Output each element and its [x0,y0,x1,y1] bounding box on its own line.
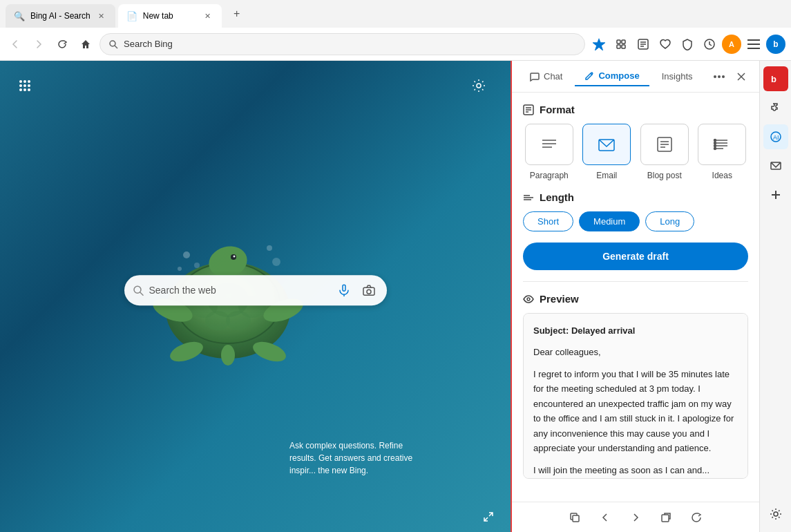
collections-button[interactable] [611,35,631,54]
svg-rect-81 [662,515,669,522]
format-blog-post[interactable]: Blog post [640,124,689,180]
tab-insights[interactable]: Insights [652,66,703,86]
svg-marker-2 [593,39,604,50]
nav-back-icon [600,512,611,523]
svg-line-1 [115,46,117,48]
length-label: Length [540,191,574,203]
more-options-button[interactable] [709,67,729,86]
length-long[interactable]: Long [645,211,694,231]
preview-section: Preview Subject: Delayed arrival Dear co… [523,281,748,479]
tab-bing-icon: 🔍 [14,11,25,21]
new-tab-button[interactable]: + [227,4,247,23]
mail-button[interactable] [763,153,788,178]
tab-new-label: New tab [143,11,197,21]
extensions-button[interactable] [763,95,788,120]
preview-title: Preview [523,293,748,305]
svg-point-31 [178,267,182,271]
format-label: Format [540,104,575,115]
svg-point-42 [23,88,26,91]
puzzle-icon [770,102,782,114]
add-to-favorites-button[interactable] [656,35,675,54]
grid-icon [18,79,32,93]
add-button[interactable] [763,182,788,207]
email-icon [597,135,616,154]
user-profile-button[interactable]: A [722,35,741,54]
generate-draft-button[interactable]: Generate draft [523,243,748,270]
copilot-icon: AI [770,131,782,143]
tab-new-close[interactable]: ✕ [202,10,213,21]
back-nav-button[interactable] [595,508,615,527]
star-icon [593,38,605,50]
bing-chat-button[interactable]: b [766,35,785,54]
settings-button[interactable] [468,75,490,97]
camera-button[interactable] [359,281,379,300]
format-email[interactable]: Email [582,124,631,180]
copilot-button[interactable]: AI [763,124,788,149]
reading-icon [637,38,649,50]
bing-sidebar-toggle[interactable]: b [763,66,788,91]
tab-bing-close[interactable]: ✕ [96,10,107,21]
paragraph-box[interactable] [525,124,573,165]
back-button[interactable] [6,35,25,54]
apps-grid-button[interactable] [14,75,36,97]
email-box[interactable] [582,124,631,165]
blog-post-icon [655,135,674,154]
refresh-button[interactable] [53,35,72,54]
svg-rect-6 [622,45,625,48]
reading-view-button[interactable] [633,35,653,54]
tab-compose[interactable]: Compose [575,66,649,86]
forward-button[interactable] [29,35,48,54]
home-button[interactable] [76,35,95,54]
tab-new-icon: 📄 [126,11,137,21]
svg-line-46 [140,292,143,295]
length-short[interactable]: Short [523,211,573,231]
svg-point-33 [267,245,272,251]
mic-button[interactable] [334,281,354,300]
svg-rect-47 [343,285,345,291]
svg-point-37 [28,80,30,83]
expand-button[interactable] [480,509,497,525]
length-title: Length [523,191,748,203]
address-text: Search Bing [124,39,576,49]
search-box[interactable]: Search the web [124,275,387,305]
browser-essentials-button[interactable] [678,35,697,54]
svg-rect-3 [617,40,620,44]
svg-text:AI: AI [773,134,779,141]
svg-point-21 [226,311,251,330]
tab-chat[interactable]: Chat [520,66,572,86]
bing-right-icon: b [770,73,782,85]
svg-text:b: b [771,74,776,84]
preview-subject: Subject: Delayed arrival [533,323,738,338]
refresh-content-button[interactable] [687,508,706,527]
tab-new-tab[interactable]: 📄 New tab ✕ [118,4,222,28]
menu-button[interactable] [744,35,763,54]
ideas-box[interactable] [698,124,746,165]
share-icon [660,512,671,523]
forward-nav-button[interactable] [626,508,645,527]
sidebar-settings[interactable] [763,502,788,526]
format-ideas[interactable]: Ideas [698,124,746,180]
preview-closing: I will join the meeting as soon as I can… [533,463,738,477]
length-medium[interactable]: Medium [579,211,640,231]
format-paragraph[interactable]: Paragraph [525,124,573,180]
ideas-icon [712,135,732,154]
history-button[interactable] [700,35,719,54]
favorites-button[interactable] [589,35,609,54]
menu-icon [747,39,760,49]
tab-bing-ai[interactable]: 🔍 Bing AI - Search ✕ [6,4,115,28]
copy-button[interactable] [565,508,584,527]
preview-body: I regret to inform you that I will be 35… [533,367,738,456]
address-bar[interactable]: Search Bing [99,33,585,55]
format-options: Paragraph Email [523,124,748,180]
tab-insights-label: Insights [662,71,693,82]
svg-point-50 [367,289,371,294]
close-sidebar-button[interactable] [732,67,751,86]
info-box: Ask complex questions. Refine results. G… [289,439,428,477]
svg-rect-4 [622,40,625,44]
blog-post-box[interactable] [640,124,689,165]
tab-chat-label: Chat [544,71,562,82]
length-buttons: Short Medium Long [523,211,748,231]
share-button[interactable] [656,508,676,527]
preview-icon [523,294,534,305]
svg-point-88 [774,512,778,516]
